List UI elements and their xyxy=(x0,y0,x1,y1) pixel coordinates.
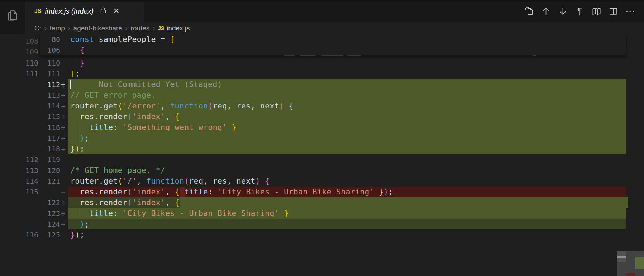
code-token: , xyxy=(165,187,175,196)
code-token: } xyxy=(70,144,75,153)
next-change-icon[interactable] xyxy=(554,4,571,18)
line-number-original[interactable]: 111 xyxy=(24,68,38,79)
line-number-modified[interactable]: 121 xyxy=(38,176,60,187)
line-number-modified[interactable]: 111 xyxy=(38,68,60,79)
breadcrumb-segment[interactable]: routes xyxy=(131,24,150,32)
code-line[interactable]: router.get('/error', function(req, res, … xyxy=(70,101,294,111)
tab-bar: JS index.js (Index) ✕ ¶ ⋯ xyxy=(25,0,644,22)
line-number-modified[interactable]: 110 xyxy=(38,58,60,68)
tab-indexjs[interactable]: JS index.js (Index) ✕ xyxy=(25,0,144,22)
code-token: ) xyxy=(75,230,80,239)
chevron-right-icon: › xyxy=(68,25,70,32)
sticky-code: { xyxy=(70,45,85,55)
diff-line-highlight xyxy=(68,144,626,154)
line-number-modified[interactable]: 115 xyxy=(38,111,60,122)
code-line[interactable]: ); xyxy=(70,133,89,144)
previous-change-icon[interactable] xyxy=(538,4,554,18)
diff-sign: + xyxy=(61,101,68,111)
sticky-code: const samplePeople = [ xyxy=(70,34,175,45)
split-editor-icon[interactable] xyxy=(605,4,622,18)
code-token: '/error' xyxy=(123,101,161,110)
sticky-line-number: 80 xyxy=(40,34,60,45)
line-number-original[interactable]: 113 xyxy=(24,165,38,176)
js-language-icon: JS xyxy=(34,8,42,14)
code-line[interactable]: // GET error page. xyxy=(70,90,156,101)
line-number-modified[interactable]: 113 xyxy=(38,90,60,101)
code-token: ; xyxy=(80,230,85,239)
code-token: , xyxy=(165,112,175,121)
code-line[interactable]: }); xyxy=(70,229,85,240)
code-line[interactable]: ]; xyxy=(70,68,80,79)
sticky-scroll: 80const samplePeople = [106 { xyxy=(40,34,626,55)
code-token: ( xyxy=(118,176,122,185)
scrollbar-handle[interactable] xyxy=(617,256,626,258)
code-line[interactable]: ); xyxy=(70,219,89,229)
code-token: Not Committed Yet (Staged) xyxy=(70,80,222,89)
explorer-icon[interactable] xyxy=(6,9,19,22)
window-top-edge xyxy=(0,0,644,2)
render-whitespace-icon[interactable]: ¶ xyxy=(571,4,588,18)
code-line[interactable]: title: 'City Bikes - Urban Bike Sharing'… xyxy=(70,208,288,219)
code-line[interactable]: /* GET home page. */ xyxy=(70,165,165,176)
code-token xyxy=(70,209,89,218)
code-line[interactable]: title: 'Something went wrong' } xyxy=(70,122,237,133)
line-number-modified[interactable]: 117 xyxy=(38,133,60,144)
code-line[interactable]: res.render('index', { xyxy=(70,197,180,208)
breadcrumb-segment[interactable]: C: xyxy=(34,24,41,32)
code-token: // GET error page. xyxy=(70,91,156,100)
sticky-scroll-line[interactable]: 106 { xyxy=(40,45,626,55)
breadcrumb-file[interactable]: index.js xyxy=(167,24,190,32)
line-number-original: 109 xyxy=(24,47,38,57)
line-number-modified[interactable]: 125 xyxy=(38,229,60,240)
line-number-modified[interactable]: 114 xyxy=(38,101,60,111)
line-number-original[interactable]: 110 xyxy=(24,58,38,68)
code-token: , xyxy=(161,101,170,110)
map-icon[interactable] xyxy=(588,4,605,18)
chevron-right-icon: › xyxy=(153,25,155,32)
code-token: } xyxy=(70,230,75,239)
breadcrumb-segment[interactable]: temp xyxy=(50,24,65,32)
code-token: { xyxy=(288,101,293,110)
line-number-original[interactable]: 116 xyxy=(24,229,38,240)
diff-sign: + xyxy=(61,122,68,133)
code-token xyxy=(70,219,80,228)
line-number-modified[interactable]: 120 xyxy=(38,165,60,176)
code-token xyxy=(70,123,89,132)
lock-icon xyxy=(99,6,107,16)
code-token: ) xyxy=(279,101,284,110)
sticky-scroll-line[interactable]: 80const samplePeople = [ xyxy=(40,34,626,45)
code-line[interactable]: Not Committed Yet (Staged) xyxy=(70,79,222,90)
line-number-modified[interactable]: 116 xyxy=(38,122,60,133)
breadcrumb-segment[interactable]: agent-bikeshare xyxy=(73,24,122,32)
diff-line-highlight xyxy=(68,133,626,144)
line-number-original[interactable]: 114 xyxy=(24,176,38,187)
code-line[interactable]: res.render('index', { title: 'City Bikes… xyxy=(70,187,393,197)
diff-editor[interactable]: 108109110110 }111111];112+ Not Committed… xyxy=(0,34,644,276)
diff-sign: − xyxy=(61,187,68,197)
diff-sign: + xyxy=(61,111,68,122)
code-token xyxy=(279,209,284,218)
code-token: ( xyxy=(118,101,122,110)
line-number-modified[interactable]: 119 xyxy=(38,154,60,165)
code-line[interactable]: res.render('index', { xyxy=(70,111,180,122)
close-icon[interactable]: ✕ xyxy=(113,7,119,15)
line-number-modified[interactable]: 122 xyxy=(38,197,60,208)
code-line[interactable]: router.get('/', function(req, res, next)… xyxy=(70,176,269,187)
code-token: ; xyxy=(85,219,89,228)
diff-line-highlight xyxy=(68,219,626,229)
line-number-modified[interactable]: 112 xyxy=(38,79,60,90)
line-number-modified[interactable]: 118 xyxy=(38,144,60,154)
more-actions-icon[interactable]: ⋯ xyxy=(622,4,639,18)
line-number-original[interactable]: 115 xyxy=(24,187,38,197)
line-number-original[interactable]: 112 xyxy=(24,154,38,165)
open-changes-icon[interactable] xyxy=(521,4,538,18)
code-line[interactable]: } xyxy=(70,58,85,68)
line-number-modified[interactable]: 124 xyxy=(38,219,60,229)
code-token: { xyxy=(175,112,179,121)
diff-sign: + xyxy=(61,208,68,219)
line-number-modified[interactable]: 123 xyxy=(38,208,60,219)
code-token: [ xyxy=(170,35,175,44)
code-token: ) xyxy=(256,176,260,185)
code-line[interactable]: }); xyxy=(70,144,85,154)
editor-toolbar: ¶ ⋯ xyxy=(521,0,639,22)
